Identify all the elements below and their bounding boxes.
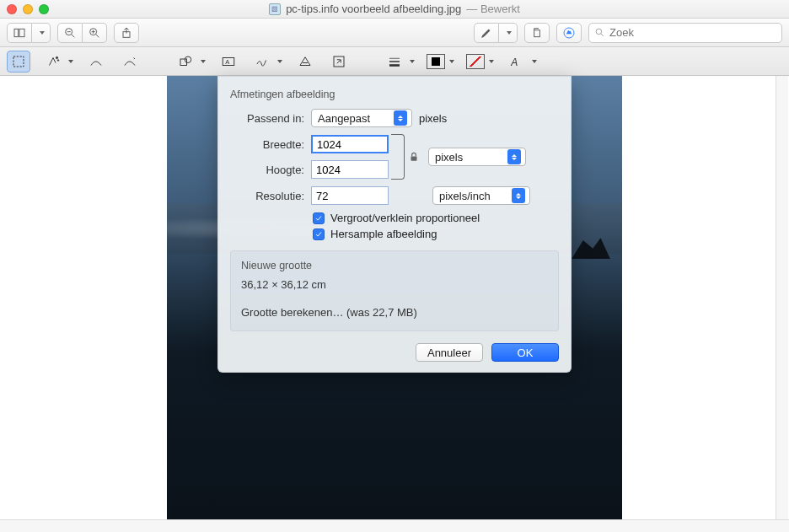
resample-checkbox[interactable] (313, 228, 325, 240)
svg-rect-14 (13, 56, 24, 67)
rotate-button[interactable] (524, 23, 550, 43)
resize-dialog: Afmetingen afbeelding Passend in: Aangep… (217, 76, 572, 373)
width-input[interactable] (311, 135, 389, 153)
close-window-button[interactable] (7, 4, 17, 14)
new-size-calculating: Grootte berekenen… (was 22,7 MB) (241, 306, 548, 319)
text-tool[interactable]: A (217, 51, 239, 73)
resolution-unit-value: pixels/inch (439, 190, 491, 202)
svg-line-13 (601, 34, 604, 36)
resample-label: Hersample afbeelding (330, 228, 437, 240)
svg-text:A: A (225, 58, 229, 66)
svg-point-15 (56, 56, 57, 58)
scale-proportionally-checkbox[interactable] (313, 212, 325, 224)
scale-proportionally-label: Vergroot/verklein proportioneel (330, 212, 480, 224)
resolution-unit-select[interactable]: pixels/inch (432, 186, 530, 205)
svg-point-18 (185, 56, 191, 63)
svg-point-12 (596, 29, 602, 35)
cancel-button[interactable]: Annuleer (416, 343, 483, 362)
vertical-scrollbar[interactable] (776, 76, 788, 532)
main-toolbar (0, 19, 789, 47)
new-size-panel: Nieuwe grootte 36,12 × 36,12 cm Grootte … (230, 250, 559, 331)
highlight-dropdown[interactable] (499, 23, 518, 43)
svg-rect-0 (14, 29, 19, 36)
line-weight-tool[interactable] (384, 51, 405, 73)
window-title: ▧ pc-tips.info voorbeeld afbeelding.jpg … (49, 3, 740, 15)
search-field[interactable] (588, 23, 782, 43)
window-edited-label: — Bewerkt (466, 3, 520, 15)
svg-rect-1 (19, 29, 24, 36)
svg-line-3 (72, 35, 74, 37)
fit-into-value: Aangepast (318, 112, 370, 125)
sketch-tool[interactable] (85, 51, 107, 73)
ok-button[interactable]: OK (491, 343, 559, 362)
text-style-tool[interactable]: A (506, 51, 528, 73)
fit-into-unit-label: pixels (419, 112, 447, 125)
instant-alpha-tool[interactable] (42, 51, 64, 73)
resolution-label: Resolutie: (230, 190, 304, 202)
sign-tool[interactable] (251, 51, 273, 73)
width-label: Breedte: (230, 138, 304, 151)
svg-rect-27 (411, 156, 417, 160)
height-label: Hoogte: (230, 164, 304, 176)
draw-tool[interactable] (119, 51, 141, 73)
svg-point-16 (57, 59, 59, 61)
svg-rect-10 (534, 30, 540, 36)
select-arrows-icon (512, 188, 525, 203)
search-input[interactable] (609, 26, 776, 39)
view-mode-button[interactable] (7, 23, 32, 43)
new-size-title: Nieuwe grootte (241, 260, 548, 271)
window-filename: pc-tips.info voorbeeld afbeelding.jpg (286, 3, 461, 15)
document-icon: ▧ (269, 3, 281, 15)
search-icon (594, 27, 605, 38)
fit-into-label: Passend in: (230, 112, 304, 125)
wh-unit-value: pixels (435, 151, 463, 164)
new-size-dimensions: 36,12 × 36,12 cm (241, 278, 548, 291)
wh-unit-select[interactable]: pixels (428, 148, 526, 166)
adjust-size-tool[interactable] (328, 51, 350, 73)
share-button[interactable] (114, 23, 139, 43)
resolution-input[interactable] (311, 186, 389, 205)
select-arrows-icon (394, 110, 407, 126)
markup-toolbar: A A (0, 47, 789, 76)
horizontal-scrollbar[interactable] (0, 519, 789, 532)
dimension-link-bracket (391, 134, 405, 180)
dialog-section-title: Afmetingen afbeelding (230, 89, 559, 100)
lock-icon (408, 150, 420, 164)
select-arrows-icon (507, 149, 521, 164)
height-input[interactable] (311, 160, 389, 179)
window-titlebar: ▧ pc-tips.info voorbeeld afbeelding.jpg … (0, 0, 789, 19)
highlight-button[interactable] (474, 23, 499, 43)
canvas-area: Afmetingen afbeelding Passend in: Aangep… (0, 76, 789, 532)
fit-into-select[interactable]: Aangepast (311, 109, 412, 127)
stroke-color-tool[interactable] (427, 54, 445, 69)
view-mode-dropdown[interactable] (32, 23, 51, 43)
rect-select-tool[interactable] (7, 51, 30, 73)
zoom-window-button[interactable] (39, 4, 49, 14)
markup-toggle-button[interactable] (556, 23, 582, 43)
fill-color-tool[interactable] (466, 54, 485, 69)
svg-line-6 (96, 35, 99, 37)
zoom-out-button[interactable] (57, 23, 83, 43)
svg-text:A: A (510, 56, 518, 67)
minimize-window-button[interactable] (23, 4, 33, 14)
shapes-tool[interactable] (174, 51, 196, 73)
adjust-color-tool[interactable] (294, 51, 316, 73)
zoom-in-button[interactable] (83, 23, 107, 43)
window-controls (7, 4, 49, 14)
